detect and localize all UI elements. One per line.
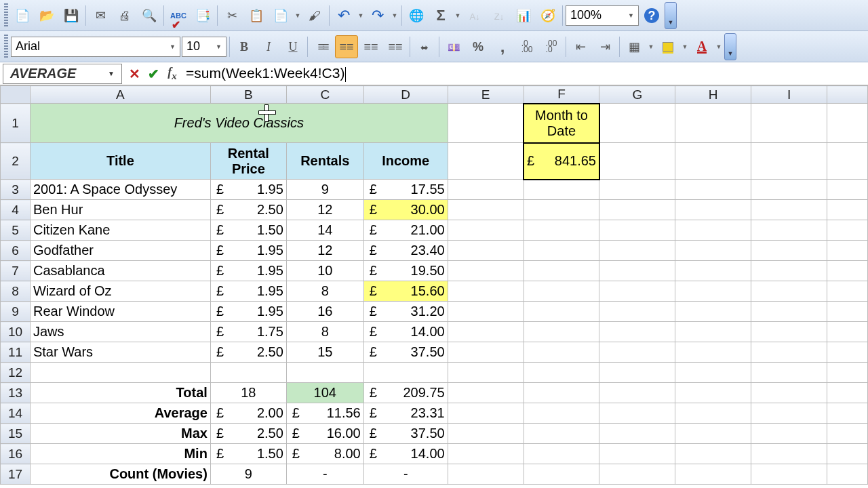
summary-val[interactable]: 14.00 xyxy=(363,444,448,464)
autosum-button[interactable] xyxy=(429,4,452,27)
cell[interactable] xyxy=(524,261,599,281)
cell[interactable] xyxy=(675,180,751,200)
paste-button[interactable] xyxy=(269,4,292,27)
hyperlink-button[interactable] xyxy=(405,4,428,27)
redo-dropdown[interactable]: ▼ xyxy=(391,4,399,27)
col-header[interactable] xyxy=(827,86,867,104)
formula-input[interactable]: =sum(Week1:Week4!C3) xyxy=(182,65,868,81)
summary-val[interactable]: 11.56 xyxy=(286,403,363,424)
cell[interactable] xyxy=(599,464,675,485)
row-header[interactable]: 6 xyxy=(1,241,31,261)
cell[interactable] xyxy=(827,281,867,302)
summary-label[interactable]: Total xyxy=(30,383,210,403)
cell[interactable] xyxy=(675,342,751,363)
thousands-button[interactable] xyxy=(491,35,514,58)
col-header[interactable]: B xyxy=(210,86,286,104)
cell[interactable] xyxy=(751,342,827,363)
cell[interactable] xyxy=(827,241,867,261)
font-size-combo[interactable]: 10 ▼ xyxy=(182,37,226,57)
row-header[interactable]: 10 xyxy=(1,322,31,342)
cell[interactable] xyxy=(675,403,751,424)
cell[interactable] xyxy=(675,143,751,180)
cell[interactable] xyxy=(751,464,827,485)
decrease-decimal-button[interactable]: .00.0 xyxy=(540,35,563,58)
cell[interactable] xyxy=(599,342,675,363)
decrease-indent-button[interactable]: ⇤ xyxy=(569,35,592,58)
col-header[interactable]: F xyxy=(524,86,599,104)
toolbar-handle[interactable] xyxy=(4,35,8,59)
borders-button[interactable] xyxy=(623,35,646,58)
header-income[interactable]: Income xyxy=(363,143,448,180)
cell[interactable] xyxy=(827,383,867,403)
print-button[interactable] xyxy=(113,4,136,27)
row-header[interactable]: 3 xyxy=(1,180,31,200)
cell[interactable] xyxy=(751,281,827,302)
column-headers[interactable]: A B C D E F G H I xyxy=(1,86,868,104)
format-painter-button[interactable] xyxy=(303,4,326,27)
cell-title[interactable]: Godfather xyxy=(30,241,210,261)
cell[interactable] xyxy=(751,180,827,200)
cell[interactable] xyxy=(751,383,827,403)
summary-val[interactable]: 23.31 xyxy=(363,403,448,424)
cell[interactable] xyxy=(751,200,827,220)
summary-label[interactable]: Count (Movies) xyxy=(30,464,210,485)
cell[interactable] xyxy=(827,424,867,444)
summary-label[interactable]: Max xyxy=(30,424,210,444)
merge-button[interactable] xyxy=(413,35,436,58)
cell[interactable] xyxy=(524,241,599,261)
row-header[interactable]: 7 xyxy=(1,261,31,281)
align-center-button[interactable]: ≡ xyxy=(335,35,358,58)
cell[interactable] xyxy=(524,322,599,342)
cell-income[interactable]: 17.55 xyxy=(363,180,448,200)
cell[interactable] xyxy=(524,444,599,464)
cell[interactable] xyxy=(599,180,675,200)
align-left-button[interactable]: ≡ xyxy=(311,35,334,58)
cell[interactable] xyxy=(827,104,867,143)
summary-val[interactable]: 9 xyxy=(210,464,286,485)
cell-price[interactable]: 1.95 xyxy=(210,261,286,281)
accept-formula-button[interactable]: ✔ xyxy=(144,64,163,83)
summary-val[interactable]: 8.00 xyxy=(286,444,363,464)
cell[interactable] xyxy=(827,143,867,180)
mtd-value-cell[interactable]: 841.65 xyxy=(524,143,599,180)
cell-rentals[interactable]: 15 xyxy=(286,342,363,363)
row-header[interactable]: 5 xyxy=(1,220,31,241)
cell[interactable] xyxy=(448,363,524,383)
spreadsheet-grid[interactable]: A B C D E F G H I 1 Fred's Video Classic… xyxy=(0,85,868,485)
cell[interactable] xyxy=(599,200,675,220)
autoformat-button[interactable] xyxy=(191,4,214,27)
cell-price[interactable]: 1.95 xyxy=(210,302,286,322)
cell-income[interactable]: 21.00 xyxy=(363,220,448,241)
underline-button[interactable]: U xyxy=(281,35,304,58)
cell[interactable] xyxy=(827,363,867,383)
summary-label[interactable]: Min xyxy=(30,444,210,464)
cell[interactable] xyxy=(286,363,363,383)
cell[interactable] xyxy=(448,342,524,363)
cell-title[interactable]: Citizen Kane xyxy=(30,220,210,241)
cell-income[interactable]: 23.40 xyxy=(363,241,448,261)
undo-button[interactable] xyxy=(332,4,355,27)
cell[interactable] xyxy=(675,464,751,485)
cell[interactable] xyxy=(675,281,751,302)
toolbar-overflow[interactable]: ▼ xyxy=(665,2,677,29)
cell-rentals[interactable]: 10 xyxy=(286,261,363,281)
cell[interactable] xyxy=(751,261,827,281)
toolbar-overflow[interactable]: ▼ xyxy=(724,33,736,60)
cell[interactable] xyxy=(675,241,751,261)
header-rentals[interactable]: Rentals xyxy=(286,143,363,180)
cell-rentals[interactable]: 12 xyxy=(286,200,363,220)
borders-dropdown[interactable]: ▼ xyxy=(647,35,655,58)
col-header[interactable]: C xyxy=(286,86,363,104)
cell[interactable] xyxy=(599,424,675,444)
cell[interactable] xyxy=(675,261,751,281)
summary-val[interactable]: 104 xyxy=(286,383,363,403)
cell[interactable] xyxy=(751,104,827,143)
cell[interactable] xyxy=(448,424,524,444)
summary-val[interactable]: 209.75 xyxy=(363,383,448,403)
cell-price[interactable]: 2.50 xyxy=(210,200,286,220)
cell[interactable] xyxy=(524,403,599,424)
cell-rentals[interactable]: 9 xyxy=(286,180,363,200)
cell-title[interactable]: Rear Window xyxy=(30,302,210,322)
cell[interactable] xyxy=(448,403,524,424)
cell[interactable] xyxy=(751,444,827,464)
